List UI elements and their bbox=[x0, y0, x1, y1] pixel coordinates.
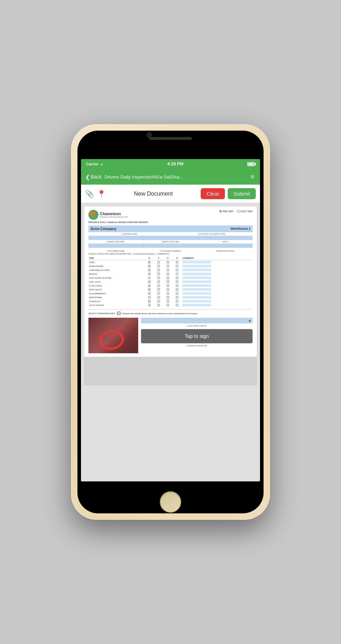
item-f-cell[interactable] bbox=[154, 291, 163, 295]
item-f-cell[interactable] bbox=[154, 272, 163, 276]
clear-button[interactable]: Clear bbox=[201, 188, 225, 199]
item-comment-cell[interactable] bbox=[182, 303, 253, 307]
location-icon[interactable]: 📍 bbox=[97, 190, 106, 198]
item-f-cell[interactable] bbox=[154, 295, 163, 299]
item-r-cell[interactable] bbox=[172, 264, 182, 268]
item-g-cell[interactable]: ✓ bbox=[145, 264, 154, 268]
item-p-cell[interactable] bbox=[163, 299, 172, 303]
item-r-cell[interactable] bbox=[172, 303, 182, 307]
item-name-cell: FLUID CHECK bbox=[88, 284, 145, 288]
item-g-cell[interactable]: ✓ bbox=[145, 260, 154, 264]
item-p-cell[interactable] bbox=[163, 264, 172, 268]
item-p-cell[interactable] bbox=[163, 291, 172, 295]
date-time-unit-labels: INSPECTION DATE INSPECTION TIME UNIT # bbox=[88, 241, 253, 243]
item-f-cell[interactable] bbox=[154, 288, 163, 291]
item-g-cell[interactable]: ✓ bbox=[145, 280, 154, 284]
item-comment-cell[interactable] bbox=[182, 284, 253, 288]
item-comment-cell[interactable] bbox=[182, 272, 253, 276]
item-name-cell: FIRST AID KIT bbox=[88, 288, 145, 291]
item-comment-cell[interactable] bbox=[182, 268, 253, 272]
item-f-cell[interactable] bbox=[154, 284, 163, 288]
item-p-cell[interactable] bbox=[163, 276, 172, 280]
item-r-cell[interactable] bbox=[172, 272, 182, 276]
submit-button[interactable]: Submit bbox=[228, 188, 256, 199]
item-comment-cell[interactable] bbox=[182, 276, 253, 280]
post-trip-radio-dot bbox=[237, 210, 240, 213]
inspection-date-cell[interactable] bbox=[88, 236, 143, 240]
item-p-cell[interactable] bbox=[163, 260, 172, 264]
item-g-cell[interactable]: ✓ bbox=[145, 272, 154, 276]
item-comment-cell[interactable] bbox=[182, 295, 253, 299]
item-r-cell[interactable] bbox=[172, 260, 182, 264]
item-comment-cell[interactable] bbox=[182, 288, 253, 291]
customer-name-cell[interactable] bbox=[88, 244, 143, 248]
phone-inner: Carrier ▲ 4:28 PM ❮ Back Drivers Daily I… bbox=[77, 131, 264, 513]
item-f-cell[interactable] bbox=[154, 280, 163, 284]
item-r-cell[interactable] bbox=[172, 280, 182, 284]
item-comment-cell[interactable] bbox=[182, 264, 253, 268]
item-name-cell: WHEELS/HUBS bbox=[88, 264, 145, 268]
col-f: F bbox=[154, 256, 163, 260]
item-p-cell[interactable] bbox=[163, 280, 172, 284]
carrier-location-labels: CARRIER NAME LOCATION OF INSPECTION bbox=[88, 233, 253, 235]
item-r-cell[interactable] bbox=[172, 295, 182, 299]
item-f-cell[interactable] bbox=[154, 299, 163, 303]
tap-to-sign-button[interactable]: Tap to sign bbox=[141, 329, 253, 343]
item-f-cell[interactable] bbox=[154, 264, 163, 268]
item-g-cell[interactable]: ✓ bbox=[145, 303, 154, 307]
item-f-cell[interactable] bbox=[154, 268, 163, 272]
pre-trip-label: PRE TRIP bbox=[223, 210, 233, 213]
inspection-time-cell[interactable] bbox=[143, 236, 198, 240]
item-r-cell[interactable] bbox=[172, 299, 182, 303]
item-name-cell: TIRES bbox=[88, 260, 145, 264]
item-f-cell[interactable] bbox=[154, 260, 163, 264]
item-g-cell[interactable]: ✓ bbox=[145, 288, 154, 291]
item-p-cell[interactable] bbox=[163, 268, 172, 272]
status-time: 4:28 PM bbox=[167, 162, 183, 167]
item-r-cell[interactable] bbox=[172, 291, 182, 295]
safety-checkbox[interactable]: ✓ bbox=[117, 312, 120, 315]
item-comment-cell[interactable] bbox=[182, 280, 253, 284]
company-info-row: Acne Company Warehouse 1 bbox=[88, 225, 253, 232]
item-p-cell[interactable] bbox=[163, 272, 172, 276]
report-title: DRIVER'S DAILY VEHICLE INSPECTION/TRIP R… bbox=[88, 221, 253, 223]
item-p-cell[interactable] bbox=[163, 295, 172, 299]
document-scroll[interactable]: Chameleon Vehicle & Chemical Vehicle Too… bbox=[81, 203, 260, 481]
pre-trip-radio[interactable]: PRE TRIP bbox=[219, 210, 233, 213]
odometer-cell[interactable] bbox=[198, 244, 253, 248]
phone-device: Carrier ▲ 4:28 PM ❮ Back Drivers Daily I… bbox=[71, 124, 270, 520]
item-f-cell[interactable] bbox=[154, 276, 163, 280]
table-row: DAN. GOODS PLACARD bbox=[88, 276, 253, 280]
item-g-cell[interactable]: ✓ bbox=[145, 291, 154, 295]
battery-icon bbox=[247, 162, 255, 166]
item-g-cell[interactable]: ✓ bbox=[145, 284, 154, 288]
item-r-cell[interactable] bbox=[172, 276, 182, 280]
item-g-cell[interactable]: ✓ bbox=[145, 299, 154, 303]
customer-address-cell[interactable] bbox=[143, 244, 198, 248]
customer-address-label: CUSTOMER ADDRESS bbox=[143, 250, 198, 252]
item-f-cell[interactable] bbox=[154, 303, 163, 307]
menu-icon[interactable]: ≡ bbox=[249, 172, 256, 182]
unit-num-cell[interactable] bbox=[198, 236, 253, 240]
paperclip-icon[interactable]: 📎 bbox=[85, 190, 94, 198]
item-g-cell[interactable] bbox=[145, 276, 154, 280]
item-p-cell[interactable] bbox=[163, 284, 172, 288]
item-r-cell[interactable] bbox=[172, 284, 182, 288]
home-button[interactable] bbox=[160, 491, 181, 513]
item-name-cell: FUEL LEVEL bbox=[88, 280, 145, 284]
item-comment-cell[interactable] bbox=[182, 260, 253, 264]
load-inspected-label: LOAD INSPECTED BY bbox=[141, 325, 253, 327]
item-g-cell[interactable] bbox=[145, 295, 154, 299]
screen: Carrier ▲ 4:28 PM ❮ Back Drivers Daily I… bbox=[81, 159, 260, 481]
item-p-cell[interactable] bbox=[163, 288, 172, 291]
dropdown-arrow-icon: ▶ bbox=[249, 319, 251, 322]
item-p-cell[interactable] bbox=[163, 303, 172, 307]
post-trip-radio[interactable]: POST TRIP bbox=[237, 210, 253, 213]
back-button[interactable]: ❮ Back bbox=[85, 174, 102, 180]
table-row: TIRES✓ bbox=[88, 260, 253, 264]
item-g-cell[interactable]: ✓ bbox=[145, 268, 154, 272]
item-comment-cell[interactable] bbox=[182, 291, 253, 295]
item-comment-cell[interactable] bbox=[182, 299, 253, 303]
item-r-cell[interactable] bbox=[172, 268, 182, 272]
item-r-cell[interactable] bbox=[172, 288, 182, 291]
